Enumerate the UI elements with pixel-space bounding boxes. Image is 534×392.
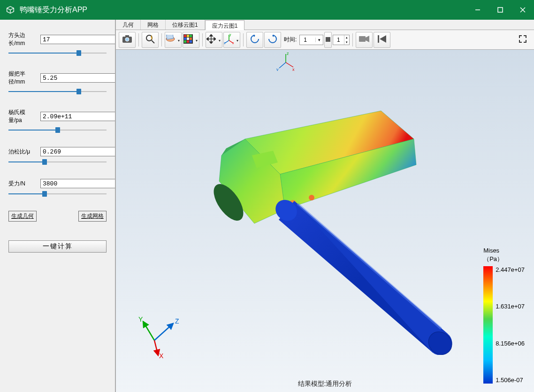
tab-0[interactable]: 几何 (116, 20, 141, 30)
rotate-cw-button[interactable] (264, 32, 281, 48)
stop-icon (326, 37, 330, 43)
chevron-down-icon: ▾ (315, 38, 323, 42)
svg-rect-31 (378, 35, 379, 43)
param-label: 握把半径/mm (8, 70, 38, 86)
svg-rect-15 (184, 38, 186, 40)
param-slider-4[interactable] (8, 190, 107, 198)
minimize-button[interactable] (466, 0, 489, 20)
clip-plane-button[interactable] (165, 32, 182, 48)
rewind-button[interactable] (374, 32, 390, 48)
chevron-down-icon: ▾ (344, 40, 349, 45)
camera-icon (122, 35, 132, 45)
svg-rect-13 (187, 35, 189, 37)
frame-value: 1 (333, 37, 344, 43)
legend-tick: 1.631e+07 (496, 303, 525, 310)
svg-text:y: y (229, 34, 231, 37)
viewport-3d[interactable]: z x y (116, 50, 534, 392)
app-logo-icon (5, 4, 16, 15)
svg-line-33 (286, 62, 293, 67)
close-button[interactable] (511, 0, 534, 20)
skip-back-icon (378, 35, 386, 44)
svg-line-34 (279, 62, 286, 68)
legend-tick: 2.447e+07 (496, 266, 525, 273)
tab-1[interactable]: 网格 (141, 20, 166, 30)
tab-2[interactable]: 位移云图1 (166, 20, 205, 30)
axis-xyz-icon: yxz (224, 34, 234, 46)
svg-text:x: x (292, 67, 295, 71)
legend-tick: 8.156e+06 (496, 340, 525, 347)
zoom-extents-button[interactable] (142, 32, 159, 48)
time-combo[interactable]: 1 ▾ (299, 35, 323, 45)
svg-rect-20 (190, 40, 192, 43)
frame-spinner[interactable]: 1 ▴▾ (333, 35, 350, 45)
svg-text:z: z (287, 52, 289, 56)
svg-text:Z: Z (175, 317, 179, 325)
param-input-0[interactable] (40, 35, 120, 44)
svg-line-45 (154, 340, 158, 355)
legend-unit: （Pa） (483, 255, 525, 263)
param-input-1[interactable] (40, 73, 120, 83)
svg-line-8 (152, 40, 154, 43)
time-value: 1 (300, 37, 315, 43)
legend-tick: 1.506e-07 (496, 377, 525, 384)
clip-plane-icon (165, 35, 175, 45)
svg-rect-16 (187, 38, 189, 40)
snapshot-button[interactable] (119, 32, 136, 48)
svg-rect-19 (187, 40, 189, 43)
svg-rect-5 (125, 35, 129, 37)
rubiks-cube-icon (183, 34, 193, 45)
svg-rect-1 (498, 8, 503, 12)
param-slider-2[interactable] (8, 126, 107, 134)
svg-text:x: x (232, 41, 234, 44)
svg-text:X: X (159, 352, 164, 359)
param-label: 杨氏模量/pa (8, 108, 38, 124)
generate-geometry-button[interactable]: 生成几何 (8, 211, 37, 222)
param-label: 方头边长/mm (8, 31, 38, 47)
svg-line-44 (154, 323, 173, 340)
main-panel: 几何网格位移云图1应力云图1 yxz (115, 20, 534, 392)
svg-rect-12 (184, 35, 186, 37)
svg-point-40 (309, 195, 314, 200)
svg-point-6 (125, 38, 129, 41)
tab-3[interactable]: 应力云图1 (205, 20, 245, 30)
window-title: 鸭嘴锤受力分析APP (20, 5, 87, 15)
param-slider-0[interactable] (8, 49, 107, 57)
generate-mesh-button[interactable]: 生成网格 (78, 211, 107, 222)
pan-button[interactable] (206, 32, 222, 48)
color-mode-button[interactable] (183, 32, 199, 48)
legend-colorbar (483, 266, 493, 384)
svg-rect-14 (190, 35, 192, 37)
param-slider-1[interactable] (8, 88, 107, 95)
record-button[interactable] (356, 32, 373, 48)
color-legend: Mises （Pa） 2.447e+071.631e+078.156e+061.… (483, 247, 525, 384)
legend-title: Mises (483, 247, 525, 254)
sidebar: 方头边长/mm握把半径/mm杨氏模量/pa泊松比/μ受力/N 生成几何 生成网格… (0, 20, 115, 392)
stop-button[interactable] (324, 32, 332, 48)
rotate-ccw-button[interactable] (246, 32, 263, 48)
svg-text:y: y (276, 67, 279, 71)
param-label: 泊松比/μ (8, 148, 38, 156)
svg-text:Y: Y (138, 317, 143, 323)
param-label: 受力/N (8, 180, 38, 188)
svg-rect-18 (184, 40, 186, 43)
calculate-button[interactable]: 一键计算 (8, 240, 107, 253)
magnifier-flash-icon (145, 34, 155, 46)
viewport-footer-text: 结果模型:通用分析 (298, 380, 352, 388)
svg-text:z: z (224, 41, 226, 44)
maximize-button[interactable] (489, 0, 511, 20)
param-slider-3[interactable] (8, 158, 107, 166)
tabs: 几何网格位移云图1应力云图1 (116, 20, 534, 30)
orientation-triad-icon: z x y (275, 52, 296, 71)
axis-triad-button[interactable]: yxz (223, 32, 240, 48)
expand-button[interactable] (514, 32, 531, 48)
svg-rect-10 (166, 35, 173, 39)
titlebar: 鸭嘴锤受力分析APP (0, 0, 534, 20)
expand-icon (519, 35, 526, 44)
time-label: 时间: (284, 36, 297, 44)
param-input-4[interactable] (40, 179, 120, 188)
toolbar: yxz 时间: 1 ▾ 1 ▴▾ (116, 30, 534, 50)
param-input-2[interactable] (40, 112, 120, 121)
svg-rect-30 (359, 36, 366, 42)
param-input-3[interactable] (40, 147, 120, 156)
svg-rect-17 (190, 38, 192, 40)
